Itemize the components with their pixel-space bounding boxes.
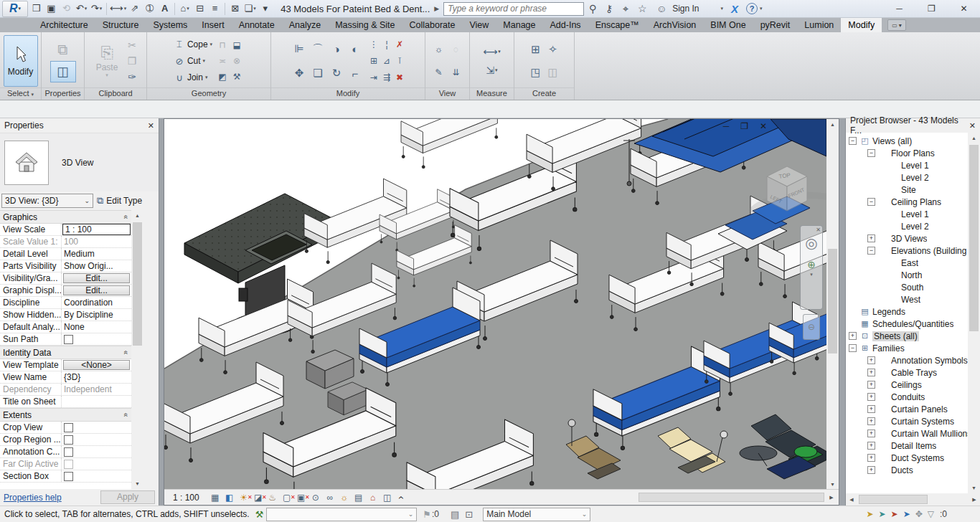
unpin-icon[interactable]: ✗ bbox=[393, 37, 406, 53]
measure-along-element-icon[interactable]: ⇲ bbox=[485, 63, 499, 77]
offset-icon[interactable]: ⌒ bbox=[308, 37, 327, 61]
rotate-icon[interactable]: ↻ bbox=[327, 61, 346, 85]
tree-item[interactable]: + Curtain Panels bbox=[846, 403, 968, 415]
ribbon-tab[interactable]: Systems bbox=[146, 18, 194, 32]
unjoin-geometry-icon[interactable]: ⊗ bbox=[230, 53, 244, 69]
property-row[interactable]: Sun Path bbox=[0, 333, 131, 346]
tree-item[interactable]: + Annotation Symbols bbox=[846, 354, 968, 366]
properties-title-bar[interactable]: Properties ✕ bbox=[0, 118, 159, 133]
sign-in-button[interactable]: ☺ Sign In ▾ bbox=[654, 1, 723, 16]
property-row[interactable]: Parts Visibility Show Origi... bbox=[0, 260, 131, 272]
help-icon[interactable]: ? bbox=[746, 3, 758, 14]
panel-label-create[interactable]: Create bbox=[514, 87, 574, 100]
property-row[interactable]: Far Clip Active bbox=[0, 458, 131, 470]
tree-toggle[interactable]: + bbox=[867, 356, 875, 364]
separator[interactable] bbox=[225, 3, 225, 15]
view-close-button[interactable]: ✕ bbox=[760, 121, 767, 131]
save-icon[interactable]: ▣ bbox=[44, 1, 59, 16]
trim-extend-multiple-icon[interactable]: ⇶ bbox=[380, 70, 393, 86]
mirror-pick-axis-icon[interactable]: ◑ bbox=[327, 37, 346, 61]
scroll-down-icon[interactable]: ▼ bbox=[968, 483, 980, 493]
undo-icon[interactable]: ↶ bbox=[74, 1, 89, 16]
tree-toggle[interactable]: + bbox=[867, 234, 875, 242]
property-value[interactable]: 1 : 100 bbox=[62, 224, 131, 235]
view-restore-button[interactable]: ❐ bbox=[740, 121, 748, 131]
ribbon-tab[interactable]: Collaborate bbox=[402, 18, 463, 32]
property-value[interactable]: 100 bbox=[62, 236, 131, 247]
trim-extend-corner-icon[interactable]: ⌐ bbox=[346, 61, 364, 85]
property-row[interactable]: Default Analy... None bbox=[0, 321, 131, 333]
scrollbar-thumb[interactable] bbox=[133, 222, 142, 346]
split-face-icon[interactable]: ◩ bbox=[215, 69, 230, 85]
property-value[interactable]: Show Origi... bbox=[62, 260, 131, 272]
viewport-horizontal-scrollbar[interactable]: ▶ bbox=[410, 491, 837, 503]
panel-label-view[interactable]: View bbox=[425, 87, 469, 100]
favorites-star-icon[interactable]: ☆ bbox=[634, 1, 650, 16]
ribbon-tab[interactable]: Architecture bbox=[33, 18, 95, 32]
separator[interactable] bbox=[174, 3, 175, 15]
edit-type-button[interactable]: ⧉ Edit Type bbox=[97, 195, 142, 207]
copy-to-clipboard-icon[interactable]: ❐ bbox=[125, 54, 139, 68]
worksets-icon[interactable]: ⚒ bbox=[255, 509, 264, 520]
ribbon-tab[interactable]: Massing & Site bbox=[328, 18, 402, 32]
scrollbar-thumb[interactable] bbox=[969, 145, 979, 331]
scroll-down-icon[interactable]: ▼ bbox=[131, 478, 143, 489]
panel-label-properties[interactable]: Properties bbox=[42, 87, 84, 100]
scroll-right-icon[interactable]: ▶ bbox=[826, 491, 837, 503]
delete-icon[interactable]: ✖ bbox=[393, 70, 406, 86]
tree-item[interactable]: + Ducts bbox=[846, 464, 968, 476]
tree-toggle[interactable]: + bbox=[867, 381, 875, 389]
3d-scene[interactable]: TOP LEFT FRONT bbox=[164, 119, 826, 489]
property-value[interactable]: Edit... bbox=[63, 273, 130, 283]
active-workset-dropdown[interactable]: ⌄ bbox=[266, 508, 417, 521]
aligned-dimension-icon[interactable]: ⇗ bbox=[127, 1, 142, 16]
measure-icon[interactable]: ⟷ bbox=[109, 1, 127, 16]
navigation-bar[interactable]: ✕ ◎ ⊕ ▾ bbox=[800, 225, 823, 310]
editing-requests-icon[interactable]: ⚑ bbox=[423, 509, 431, 520]
tree-toggle[interactable]: − bbox=[849, 344, 857, 352]
detail-level-icon[interactable]: ▦ bbox=[208, 491, 222, 504]
property-value[interactable]: None bbox=[62, 321, 131, 333]
view-scale-button[interactable]: 1 : 100 bbox=[173, 493, 199, 503]
tree-toggle[interactable]: − bbox=[867, 247, 875, 255]
select-elements-by-face-toggle[interactable]: ➤ bbox=[903, 509, 910, 519]
ribbon-tab[interactable]: pyRevit bbox=[753, 18, 798, 32]
tree-item[interactable]: + ⊡ Sheets (all) bbox=[846, 330, 968, 342]
application-menu-button[interactable]: R ▾ bbox=[2, 1, 28, 17]
tree-item[interactable]: + Curtain Systems bbox=[846, 415, 968, 427]
separator[interactable] bbox=[106, 3, 107, 15]
reveal-hidden-elements-icon[interactable]: ☼ bbox=[337, 491, 352, 504]
help-search-input[interactable] bbox=[443, 2, 584, 16]
filter-icon[interactable]: ▽ bbox=[928, 509, 934, 519]
open-icon[interactable]: ❒ bbox=[29, 1, 44, 16]
create-similar-icon[interactable]: ✧ bbox=[545, 38, 562, 61]
demolish-hammer-icon[interactable]: ⚒ bbox=[230, 69, 244, 85]
section-header-extents[interactable]: Extents« bbox=[0, 408, 131, 422]
property-value[interactable]: By Discipline bbox=[62, 309, 131, 321]
crop-view-icon[interactable]: ▢✕ bbox=[280, 491, 294, 504]
active-design-option-dropdown[interactable]: Main Model ⌄ bbox=[483, 508, 590, 521]
ribbon-tab[interactable]: Lumion bbox=[797, 18, 841, 32]
collapse-bar-icon[interactable]: ‹ bbox=[395, 490, 408, 505]
panel-label-geometry[interactable]: Geometry bbox=[147, 87, 270, 100]
property-value[interactable] bbox=[62, 446, 131, 457]
move-icon[interactable]: ✥ bbox=[290, 61, 308, 85]
close-icon[interactable]: ✕ bbox=[969, 121, 976, 130]
show-crop-region-icon[interactable]: ▣✕ bbox=[294, 491, 308, 504]
mirror-draw-axis-icon[interactable]: ◐ bbox=[346, 37, 364, 61]
create-parts-icon[interactable]: ◫ bbox=[545, 61, 562, 84]
property-value[interactable]: Coordination bbox=[62, 297, 131, 308]
restore-button[interactable]: ❐ bbox=[915, 0, 948, 18]
cope-button[interactable]: ⌶ Cope ▾ bbox=[174, 37, 212, 52]
property-row[interactable]: Detail Level Medium bbox=[0, 248, 131, 260]
property-row[interactable]: View Template <None> bbox=[0, 359, 131, 371]
tree-toggle[interactable]: + bbox=[849, 332, 857, 340]
property-row[interactable]: Scale Value 1: 100 bbox=[0, 236, 131, 248]
tree-item[interactable]: − Ceiling Plans bbox=[846, 196, 968, 208]
select-underlay-elements-toggle[interactable]: ➤ bbox=[879, 509, 886, 519]
align-icon[interactable]: ⊫ bbox=[290, 37, 308, 61]
thin-lines-icon[interactable]: ≡ bbox=[207, 1, 222, 16]
tree-toggle[interactable]: + bbox=[867, 442, 875, 450]
property-row[interactable]: Dependency Independent bbox=[0, 384, 131, 396]
type-selector-dropdown[interactable]: 3D View: {3D} ⌄ bbox=[1, 194, 93, 208]
